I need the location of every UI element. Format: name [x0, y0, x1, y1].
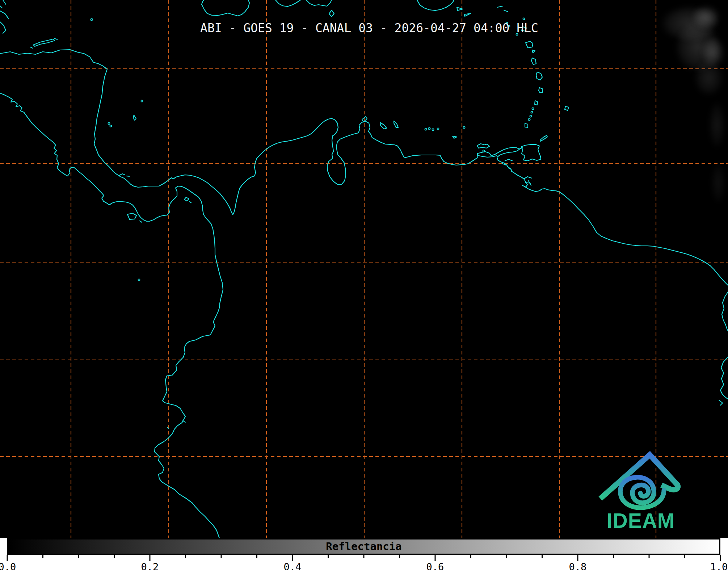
coastline — [119, 174, 129, 176]
coastline — [539, 88, 543, 93]
small-island — [530, 115, 531, 117]
coastline — [275, 0, 300, 7]
product-title: ABI - GOES 19 - CANAL 03 - 2026-04-27 04… — [0, 21, 728, 35]
satellite-product-figure: ABI - GOES 19 - CANAL 03 - 2026-04-27 04… — [0, 0, 728, 571]
small-island — [463, 126, 465, 128]
coastline — [140, 197, 191, 222]
colorbar: Reflectancia 0.00.20.40.60.81.0 — [0, 538, 728, 571]
small-island — [91, 18, 92, 20]
coastline — [133, 115, 136, 120]
ideam-logo-text: IDEAM — [596, 509, 686, 533]
coastline — [722, 292, 728, 331]
coastline — [477, 144, 489, 148]
satellite-map: ABI - GOES 19 - CANAL 03 - 2026-04-27 04… — [0, 0, 728, 538]
coastline — [497, 6, 508, 12]
logo-hurricane-spiral — [620, 477, 664, 508]
coastline — [526, 41, 533, 48]
small-island — [532, 108, 534, 109]
colorbar-label: Reflectancia — [9, 539, 719, 554]
coastline — [464, 13, 471, 16]
small-island — [523, 18, 525, 20]
coastline — [532, 50, 535, 53]
coastline — [535, 101, 538, 105]
small-island — [138, 279, 140, 281]
coastline — [33, 39, 55, 46]
colorbar-tick-label: 1.0 — [710, 561, 728, 571]
coastline — [521, 144, 541, 161]
small-island — [428, 127, 430, 129]
small-island — [110, 125, 111, 127]
ideam-logo-mark — [596, 450, 686, 511]
coastline — [720, 357, 728, 399]
coastline — [127, 213, 136, 219]
coastline — [540, 135, 547, 141]
small-island — [531, 111, 533, 113]
colorbar-tick-label: 0.0 — [0, 561, 16, 571]
small-island — [528, 118, 530, 120]
colorbar-tick-label: 0.8 — [569, 561, 587, 571]
coastline — [453, 136, 457, 138]
coastline — [522, 177, 532, 188]
colorbar-tick-label: 0.6 — [426, 561, 444, 571]
coastline — [394, 121, 398, 127]
coastline — [719, 400, 723, 405]
colorbar-gradient-bar: Reflectancia — [7, 538, 720, 555]
coastline — [477, 155, 497, 157]
coastline — [525, 123, 528, 127]
coastline — [202, 0, 204, 4]
colorbar-tick-label: 0.4 — [284, 561, 302, 571]
coastline — [531, 58, 536, 64]
small-island — [432, 129, 434, 130]
coastline — [417, 0, 454, 11]
coastline — [565, 106, 569, 110]
coastline — [306, 0, 332, 6]
colorbar-tick-label: 0.2 — [141, 561, 159, 571]
coastline — [380, 122, 387, 129]
small-island — [483, 150, 484, 152]
colorbar-tick-marks — [0, 555, 728, 562]
coastline — [329, 10, 334, 17]
coastline — [536, 72, 542, 80]
small-island — [108, 122, 110, 124]
small-island — [141, 100, 143, 102]
small-island — [437, 128, 439, 130]
coastline — [0, 93, 223, 538]
small-island — [425, 128, 426, 130]
coastline — [202, 0, 249, 16]
